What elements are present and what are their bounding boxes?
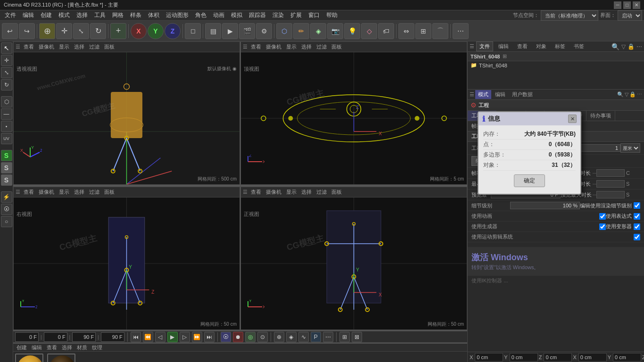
deformer-button[interactable]: ◇ xyxy=(361,23,377,39)
s2-tool[interactable]: S xyxy=(1,162,12,173)
prop-input-maxtime[interactable] xyxy=(596,180,625,188)
pen-button[interactable]: ✏ xyxy=(293,23,309,39)
vp-front-hamburger[interactable]: ☰ xyxy=(243,189,248,195)
symmetry-button[interactable]: ⇔ xyxy=(398,23,414,39)
mat-menu-texture[interactable]: 纹理 xyxy=(91,344,104,351)
knife-tool[interactable]: ⚡ xyxy=(1,191,12,203)
more-tools-button[interactable]: ⋯ xyxy=(453,23,469,39)
scene-tab-view[interactable]: 查看 xyxy=(514,41,531,51)
record-btn[interactable]: ⏺ xyxy=(233,332,243,342)
goto-start-btn[interactable]: ⏮ xyxy=(131,332,141,342)
scene-hamburger[interactable]: ☰ xyxy=(470,43,474,49)
x-axis-button[interactable]: X xyxy=(131,23,147,39)
array-button[interactable]: ⊞ xyxy=(415,23,431,39)
vp-front-view[interactable]: 查看 xyxy=(249,189,263,196)
menu-edit[interactable]: 编辑 xyxy=(20,10,37,20)
vp-top-filter[interactable]: 过滤 xyxy=(315,43,328,50)
render-settings-button[interactable]: ⚙ xyxy=(256,23,272,39)
dots-btn[interactable]: ⋯ xyxy=(323,332,333,342)
mat-menu-select[interactable]: 选择 xyxy=(60,344,74,351)
coord-z-input[interactable] xyxy=(544,353,572,362)
edge-tool[interactable]: — xyxy=(1,108,12,120)
add-button[interactable]: + xyxy=(110,23,126,39)
prop-lock-icon[interactable]: 🔒 xyxy=(629,91,636,98)
mat-menu-material[interactable]: 材质 xyxy=(75,344,89,351)
menu-simulate[interactable]: 模拟 xyxy=(228,10,245,20)
prop-input-duration[interactable] xyxy=(596,169,625,177)
prop-check-render-detail[interactable] xyxy=(634,202,640,209)
material-swatch-1[interactable] xyxy=(15,354,43,362)
next-frame-btn[interactable]: ▷ xyxy=(180,332,190,342)
object-mode-button[interactable]: ◻ xyxy=(185,23,201,39)
vp-persp-hamburger[interactable]: ☰ xyxy=(16,44,20,50)
play-btn[interactable]: ▶ xyxy=(167,332,178,342)
uvw-tool[interactable]: UV xyxy=(1,133,12,144)
viewport-top[interactable]: ☰ 查看 摄像机 显示 选择 过滤 面板 xyxy=(240,41,467,185)
viewport-front[interactable]: ☰ 查看 摄像机 显示 选择 过滤 面板 xyxy=(240,187,467,330)
move-button[interactable]: ✛ xyxy=(56,23,72,39)
prop-tab-mode[interactable]: 模式 xyxy=(475,90,491,99)
vp-top-panel[interactable]: 面板 xyxy=(330,43,343,50)
close-button[interactable]: ✕ xyxy=(633,1,640,9)
menu-character[interactable]: 角色 xyxy=(192,10,209,20)
prop-search-icon[interactable]: 🔍 xyxy=(617,91,624,98)
prop-check-expr[interactable] xyxy=(634,213,640,220)
vp-persp-panel[interactable]: 面板 xyxy=(103,43,116,50)
menu-mograph[interactable]: 运动图形 xyxy=(163,10,191,20)
scene-search-icon[interactable]: 🔍 xyxy=(611,43,619,50)
coord-x-input[interactable] xyxy=(475,353,503,362)
undo-button[interactable]: ↩ xyxy=(2,23,18,39)
vp-right-camera[interactable]: 摄像机 xyxy=(37,189,56,196)
anim-extra-btn1[interactable]: ⊞ xyxy=(339,332,350,342)
curve-btn[interactable]: ∿ xyxy=(298,332,309,342)
vp-right-filter[interactable]: 过滤 xyxy=(88,189,101,196)
menu-volume[interactable]: 体积 xyxy=(145,10,162,20)
vp-right-display[interactable]: 显示 xyxy=(58,189,71,196)
magnet-tool[interactable]: ⦿ xyxy=(1,204,12,215)
menu-extend[interactable]: 扩展 xyxy=(288,10,305,20)
vp-top-view[interactable]: 查看 xyxy=(249,43,263,50)
prop-main-tab-5[interactable]: 待办事项 xyxy=(586,111,615,121)
prop-input-detail[interactable] xyxy=(510,202,580,209)
coord-y-input[interactable] xyxy=(510,353,538,362)
vp-front-select[interactable]: 选择 xyxy=(300,189,313,196)
vp-top-hamburger[interactable]: ☰ xyxy=(243,44,248,50)
menu-render[interactable]: 渲染 xyxy=(270,10,287,20)
mat-menu-view[interactable]: 查看 xyxy=(45,344,58,351)
vp-top-camera[interactable]: 摄像机 xyxy=(264,43,283,50)
vp-persp-display[interactable]: 显示 xyxy=(58,43,71,50)
vp-persp-select[interactable]: 选择 xyxy=(73,43,86,50)
scale-tool[interactable]: ⤡ xyxy=(1,67,12,78)
timeline-ruler[interactable]: 0 F 0 5 10 15 20 xyxy=(13,331,467,332)
render-region-button[interactable]: ▤ xyxy=(205,23,221,39)
loop-btn[interactable]: ⦿ xyxy=(221,332,231,342)
coord-x2-input[interactable] xyxy=(578,353,607,362)
material-swatch-2[interactable] xyxy=(47,354,75,362)
menu-select[interactable]: 选择 xyxy=(74,10,91,20)
current-frame-field[interactable] xyxy=(15,332,39,342)
menu-window[interactable]: 窗口 xyxy=(305,10,322,20)
prev-frame-btn[interactable]: ◁ xyxy=(155,332,165,342)
maximize-button[interactable]: □ xyxy=(623,1,631,9)
vp-persp-camera[interactable]: 摄像机 xyxy=(37,43,56,50)
viewport-right[interactable]: ☰ 查看 摄像机 显示 选择 过滤 面板 xyxy=(13,187,240,330)
prop-check-motion[interactable] xyxy=(634,234,640,240)
y-axis-button[interactable]: Y xyxy=(148,23,164,39)
point-tool[interactable]: • xyxy=(1,121,12,132)
prop-check-gen[interactable] xyxy=(599,223,606,230)
material-item-1[interactable]: MainTsl xyxy=(15,354,43,362)
redo-button[interactable]: ↪ xyxy=(19,23,35,39)
scene-tab-bookmark[interactable]: 书签 xyxy=(570,41,587,51)
param-btn[interactable]: P xyxy=(311,332,321,342)
goto-end-btn[interactable]: ⏭ xyxy=(204,332,215,342)
camera-button[interactable]: 📷 xyxy=(327,23,343,39)
material-button[interactable]: ◈ xyxy=(310,23,326,39)
vp-right-select[interactable]: 选择 xyxy=(73,189,86,196)
brush-tool[interactable]: ○ xyxy=(1,216,12,227)
key-mode-btn[interactable]: ⊙ xyxy=(257,332,268,342)
info-dialog-close[interactable]: ✕ xyxy=(568,115,577,123)
viewport-perspective[interactable]: ☰ 查看 摄像机 显示 选择 过滤 面板 xyxy=(13,41,240,185)
s-tool[interactable]: S xyxy=(1,150,12,161)
material-item-2[interactable]: TShirtTr xyxy=(47,354,75,362)
vp-right-panel[interactable]: 面板 xyxy=(103,189,116,196)
